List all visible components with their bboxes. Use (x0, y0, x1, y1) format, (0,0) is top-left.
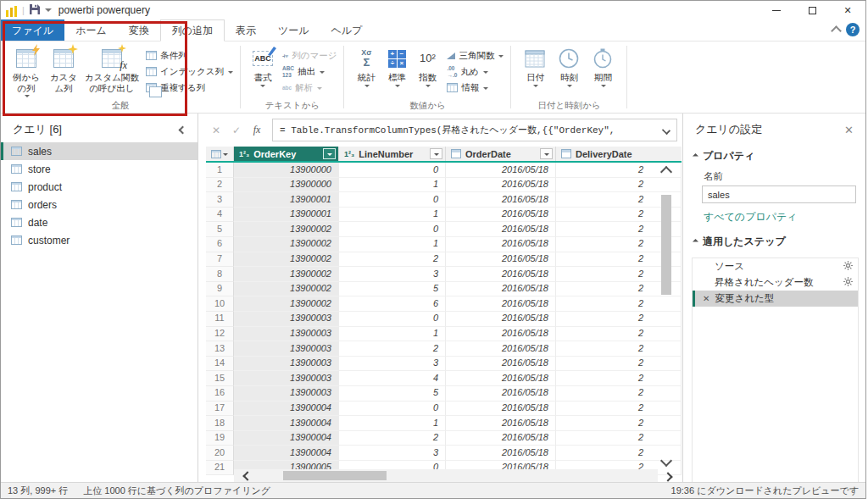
duration-button[interactable]: 期間 (588, 47, 617, 88)
cell-orderdate[interactable]: 2016/05/18 (446, 222, 556, 237)
cell-orderkey[interactable]: 13900000 (234, 163, 339, 178)
row-number[interactable]: 8 (206, 267, 234, 282)
cell-linenumber[interactable]: 4 (339, 371, 446, 386)
query-item-orders[interactable]: orders (1, 196, 198, 213)
cell-orderdate[interactable]: 2016/05/18 (446, 327, 556, 342)
vertical-scroll-thumb[interactable] (661, 195, 671, 295)
cell-orderdate[interactable]: 2016/05/18 (446, 237, 556, 252)
cell-orderkey[interactable]: 13900004 (234, 446, 339, 461)
column-header-orderkey[interactable]: 1²₃OrderKey (234, 147, 339, 161)
cell-orderdate[interactable]: 2016/05/18 (446, 296, 556, 312)
conditional-column-button[interactable]: 条件列 (146, 47, 233, 64)
trigonometry-button[interactable]: 三角関数 (447, 47, 504, 64)
cell-orderkey[interactable]: 13900003 (234, 312, 339, 327)
applied-step-item[interactable]: ✕変更された型 (693, 291, 858, 307)
cell-orderdate[interactable]: 2016/05/18 (446, 178, 556, 193)
row-number[interactable]: 6 (206, 237, 234, 252)
profiling-status[interactable]: 上位 1000 行に基づく列のプロファイリング (83, 485, 270, 497)
all-properties-link[interactable]: すべてのプロパティ (683, 203, 865, 226)
cell-orderdate[interactable]: 2016/05/18 (446, 371, 556, 386)
tab-tools[interactable]: ツール (267, 19, 320, 41)
select-all-corner[interactable] (206, 147, 234, 161)
cancel-formula-icon[interactable]: ✕ (206, 125, 226, 136)
tab-file[interactable]: ファイル (1, 19, 64, 41)
collapse-pane-icon[interactable] (179, 125, 187, 134)
cell-orderkey[interactable]: 13900004 (234, 416, 339, 431)
query-item-customer[interactable]: customer (1, 231, 198, 249)
query-item-product[interactable]: product (1, 178, 198, 196)
applied-steps-section-header[interactable]: 適用したステップ (683, 226, 865, 252)
filter-caret-icon[interactable] (323, 148, 336, 159)
gear-icon[interactable] (843, 277, 853, 288)
invoke-custom-function-button[interactable]: fx カスタム関数の呼び出し (85, 47, 139, 93)
scroll-left-icon[interactable] (242, 471, 252, 480)
cell-orderkey[interactable]: 13900002 (234, 252, 339, 268)
cell-orderkey[interactable]: 13900001 (234, 208, 339, 223)
scientific-button[interactable]: 10² 指数 (415, 47, 440, 88)
row-number[interactable]: 9 (206, 282, 234, 297)
row-number[interactable]: 3 (206, 192, 234, 208)
cell-orderkey[interactable]: 13900003 (234, 371, 339, 386)
cell-orderdate[interactable]: 2016/05/18 (446, 386, 556, 402)
cell-orderdate[interactable]: 2016/05/18 (446, 282, 556, 297)
cell-orderdate[interactable]: 2016/05/18 (446, 312, 556, 327)
minimize-button[interactable] (759, 1, 794, 19)
row-number[interactable]: 19 (206, 431, 234, 446)
gear-icon[interactable] (843, 261, 853, 272)
row-number[interactable]: 10 (206, 296, 234, 312)
row-number[interactable]: 2 (206, 178, 234, 193)
cell-linenumber[interactable]: 1 (339, 327, 446, 342)
row-number[interactable]: 20 (206, 446, 234, 461)
cell-orderdate[interactable]: 2016/05/18 (446, 252, 556, 268)
cell-linenumber[interactable]: 2 (339, 252, 446, 268)
duplicate-column-button[interactable]: 重複する列 (146, 80, 233, 96)
quick-access-caret-icon[interactable] (45, 8, 52, 15)
cell-orderdate[interactable]: 2016/05/18 (446, 402, 556, 417)
cell-linenumber[interactable]: 0 (339, 192, 446, 208)
cell-linenumber[interactable]: 3 (339, 357, 446, 372)
tab-view[interactable]: 表示 (225, 19, 267, 41)
cell-linenumber[interactable]: 2 (339, 341, 446, 357)
collapse-ribbon-icon[interactable] (831, 25, 842, 36)
cell-linenumber[interactable]: 1 (339, 416, 446, 431)
query-item-date[interactable]: date (1, 213, 198, 231)
commit-formula-icon[interactable]: ✓ (226, 125, 247, 136)
row-number[interactable]: 1 (206, 163, 234, 178)
tab-add-column[interactable]: 列の追加 (160, 19, 225, 42)
cell-orderdate[interactable]: 2016/05/18 (446, 163, 556, 178)
row-number[interactable]: 18 (206, 416, 234, 431)
row-number[interactable]: 14 (206, 357, 234, 372)
column-header-orderdate[interactable]: OrderDate (446, 147, 556, 161)
cell-orderkey[interactable]: 13900003 (234, 386, 339, 402)
information-button[interactable]: 情報 (447, 80, 504, 96)
cell-linenumber[interactable]: 6 (339, 296, 446, 312)
close-pane-icon[interactable]: ✕ (844, 124, 854, 136)
maximize-button[interactable] (794, 1, 830, 19)
row-number[interactable]: 16 (206, 386, 234, 402)
cell-linenumber[interactable]: 1 (339, 237, 446, 252)
horizontal-scroll-thumb[interactable] (283, 471, 387, 480)
row-number[interactable]: 7 (206, 252, 234, 268)
filter-caret-icon[interactable] (430, 148, 442, 159)
row-number[interactable]: 5 (206, 222, 234, 237)
time-button[interactable]: 時刻 (554, 47, 583, 88)
custom-column-button[interactable]: カスタム列 (47, 47, 80, 93)
cell-linenumber[interactable]: 0 (339, 163, 446, 178)
cell-orderkey[interactable]: 13900000 (234, 178, 339, 193)
properties-section-header[interactable]: プロパティ (683, 141, 865, 167)
index-column-button[interactable]: インデックス列 (146, 64, 233, 80)
help-icon[interactable]: ? (846, 23, 860, 36)
cell-orderkey[interactable]: 13900004 (234, 431, 339, 446)
close-button[interactable]: ✕ (830, 1, 865, 19)
standard-button[interactable]: +−÷× 標準 (384, 47, 409, 88)
row-number[interactable]: 11 (206, 312, 234, 327)
cell-orderkey[interactable]: 13900002 (234, 237, 339, 252)
cell-linenumber[interactable]: 5 (339, 386, 446, 402)
cell-linenumber[interactable]: 2 (339, 431, 446, 446)
cell-linenumber[interactable]: 1 (339, 178, 446, 193)
scroll-up-icon[interactable] (660, 166, 672, 178)
cell-orderkey[interactable]: 13900004 (234, 402, 339, 417)
cell-orderkey[interactable]: 13900001 (234, 192, 339, 208)
cell-orderdate[interactable]: 2016/05/18 (446, 357, 556, 372)
save-icon[interactable] (30, 3, 40, 18)
